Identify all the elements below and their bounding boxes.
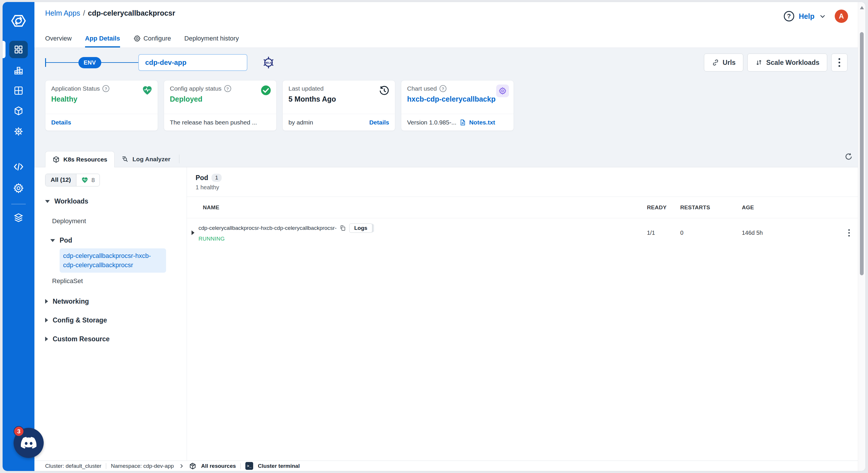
k8s-resources-content: All (12) 8 Workloads Deployment Pod xyxy=(34,167,858,461)
footer-separator xyxy=(106,463,106,469)
vertical-scrollbar[interactable] xyxy=(858,2,865,471)
document-icon xyxy=(459,119,466,126)
sidebar-item-jobs[interactable] xyxy=(3,65,34,76)
chart-version: Version 1.0.985-... xyxy=(407,119,456,126)
sidebar-item-global-config[interactable] xyxy=(3,183,34,194)
breadcrumb: Helm Apps / cdp-celerycallbackprocsr xyxy=(45,9,850,18)
help-circle-icon[interactable]: ? xyxy=(439,85,446,92)
column-restarts: RESTARTS xyxy=(680,204,742,211)
expand-row-caret[interactable] xyxy=(191,230,194,235)
tab-app-details-label: App Details xyxy=(85,35,120,42)
tree-group-networking[interactable]: Networking xyxy=(45,298,180,305)
tab-configure[interactable]: Configure xyxy=(133,35,171,48)
helm-wheel-icon xyxy=(13,126,24,137)
tree-group-config-storage[interactable]: Config & Storage xyxy=(45,316,180,324)
k8s-cube-icon xyxy=(52,156,60,163)
tree-group-workloads[interactable]: Workloads xyxy=(45,198,180,205)
pod-table-row[interactable]: cdp-celerycallbackprocsr-hxcb-cdp-celery… xyxy=(187,218,858,247)
configure-gear-icon xyxy=(133,35,141,42)
environment-selector[interactable]: cdp-dev-app xyxy=(138,54,247,71)
last-updated-by: by admin xyxy=(288,119,313,126)
urls-button-label: Urls xyxy=(723,59,736,66)
sidebar-item-resource-browser[interactable] xyxy=(3,106,34,116)
pod-name: cdp-celerycallbackprocsr-hxcb-cdp-celery… xyxy=(198,225,337,231)
svg-text:HELM: HELM xyxy=(265,61,272,64)
breadcrumb-current-app: cdp-celerycallbackprocsr xyxy=(88,9,175,18)
sidebar-item-app-groups[interactable] xyxy=(3,85,34,96)
scale-workloads-button[interactable]: Scale Workloads xyxy=(747,54,827,71)
chart-used-card: Chart used? hxcb-cdp-celerycallbackp Ver… xyxy=(401,80,514,131)
sidebar-item-security[interactable] xyxy=(3,126,34,137)
tree-group-custom-resource[interactable]: Custom Resource xyxy=(45,335,180,343)
tab-app-details[interactable]: App Details xyxy=(85,35,120,48)
logs-button[interactable]: Logs xyxy=(349,224,372,233)
tree-item-deployment[interactable]: Deployment xyxy=(52,217,180,225)
config-storage-label: Config & Storage xyxy=(53,316,107,324)
app-details-band: ENV cdp-dev-app HELM xyxy=(34,48,858,167)
footer-cluster-terminal-link[interactable]: Cluster terminal xyxy=(258,463,300,469)
environment-row: ENV cdp-dev-app HELM xyxy=(45,54,850,71)
tab-overview[interactable]: Overview xyxy=(45,35,72,48)
help-menu[interactable]: Help xyxy=(799,12,814,21)
help-circle-icon[interactable]: ? xyxy=(224,85,231,92)
application-status-details-link[interactable]: Details xyxy=(51,119,71,126)
scrollbar-up-arrow[interactable] xyxy=(860,6,864,9)
page-header: Helm Apps / cdp-celerycallbackprocsr Ove… xyxy=(34,2,858,48)
scale-arrows-icon xyxy=(755,59,763,66)
sidebar-active-indicator xyxy=(3,41,5,58)
terminal-icon: >_ xyxy=(245,462,253,470)
check-circle-icon xyxy=(260,85,272,97)
column-age: AGE xyxy=(742,204,840,211)
k8s-resources-label: K8s Resources xyxy=(63,156,107,163)
sidebar-divider xyxy=(11,204,26,204)
footer-all-resources-link[interactable]: All resources xyxy=(201,463,236,469)
application-status-label: Application Status xyxy=(51,85,100,92)
chart-used-link[interactable]: hxcb-cdp-celerycallbackp xyxy=(407,95,508,104)
breadcrumb-helm-apps-link[interactable]: Helm Apps xyxy=(45,9,80,18)
tree-selected-pod[interactable]: cdp-celerycallbackprocsr-hxcb-cdp-celery… xyxy=(60,248,166,273)
helm-logo-icon: HELM xyxy=(261,55,276,70)
caret-right-icon xyxy=(45,318,48,323)
sidebar-item-applications[interactable] xyxy=(9,41,28,58)
help-question-icon: ? xyxy=(784,11,794,22)
copy-icon[interactable] xyxy=(339,225,346,232)
more-actions-button[interactable] xyxy=(831,54,847,71)
heartbeat-icon xyxy=(142,85,153,97)
sidebar xyxy=(3,2,34,471)
row-menu-button[interactable] xyxy=(840,229,858,237)
app-window: Helm Apps / cdp-celerycallbackprocsr Ove… xyxy=(2,2,866,471)
layers-icon xyxy=(13,212,24,223)
app-nav-tabs: Overview App Details Configure Deploymen… xyxy=(45,35,850,48)
chart-gear-icon xyxy=(496,85,509,97)
filter-all-button[interactable]: All (12) xyxy=(45,174,76,186)
sidebar-item-bulk-edit[interactable] xyxy=(3,161,34,172)
environment-name: cdp-dev-app xyxy=(145,58,187,66)
notes-txt-link[interactable]: Notes.txt xyxy=(469,119,495,126)
config-apply-status-value: Deployed xyxy=(170,95,271,104)
config-apply-status-label: Config apply status xyxy=(170,85,222,92)
env-actions: Urls Scale Workloads xyxy=(704,54,847,71)
pod-table-panel: Pod 1 1 healthy NAME READY RESTARTS AGE xyxy=(187,167,858,461)
help-circle-icon[interactable]: ? xyxy=(102,85,110,92)
filter-healthy-button[interactable]: 8 xyxy=(76,174,99,186)
deployment-label: Deployment xyxy=(52,217,86,225)
kebab-icon xyxy=(838,58,840,67)
history-icon xyxy=(378,85,390,98)
tab-deployment-history[interactable]: Deployment history xyxy=(184,35,239,48)
tree-item-replicaset[interactable]: ReplicaSet xyxy=(52,277,180,285)
tab-k8s-resources[interactable]: K8s Resources xyxy=(45,151,115,167)
pod-health-summary: 1 healthy xyxy=(195,184,858,191)
tree-item-pod[interactable]: Pod xyxy=(50,237,180,244)
column-ready: READY xyxy=(647,204,680,211)
chevron-down-icon[interactable] xyxy=(819,13,826,20)
scrollbar-thumb[interactable] xyxy=(860,32,864,275)
gear-icon xyxy=(13,183,24,194)
tab-log-analyzer[interactable]: Log Analyzer xyxy=(115,151,177,167)
user-avatar[interactable]: A xyxy=(835,9,848,23)
discord-chat-widget[interactable]: 3 xyxy=(13,428,44,458)
sidebar-item-stack-manager[interactable] xyxy=(3,212,34,223)
last-updated-details-link[interactable]: Details xyxy=(369,119,389,126)
jobs-grid-icon xyxy=(13,65,24,76)
urls-button[interactable]: Urls xyxy=(704,54,744,71)
log-analyzer-icon xyxy=(122,155,129,163)
